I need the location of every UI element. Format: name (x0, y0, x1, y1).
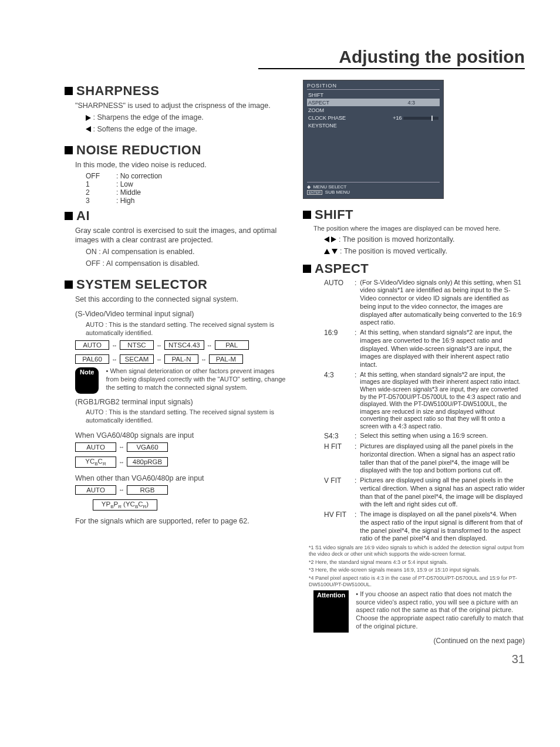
key: 16:9 (324, 329, 351, 369)
key: 1 (86, 180, 112, 188)
osd-title: POSITION (307, 83, 440, 90)
sys-cell: AUTO (75, 442, 116, 452)
val: The image is displayed on all the panel … (360, 511, 525, 543)
key: 4:3 (324, 371, 351, 430)
arrow-right-icon (331, 236, 336, 242)
key: 3 (86, 197, 112, 205)
page-title: Adjusting the position (258, 47, 525, 69)
key: V FIT (324, 476, 351, 509)
val: : Middle (116, 188, 141, 197)
sys-ref: For the signals which are supported, ref… (75, 516, 286, 526)
sys-cell: PAL-M (209, 354, 243, 364)
val: : No correction (116, 172, 162, 180)
arrow-right-icon (86, 115, 91, 121)
sys-auto2: AUTO : This is the standard setting. The… (86, 408, 286, 425)
sys-body: Set this according to the connected sign… (75, 295, 286, 305)
page-number: 31 (303, 651, 525, 667)
osd-label: ZOOM (308, 107, 324, 113)
list-item: 3: High (86, 197, 286, 205)
sys-cell: SECAM (120, 354, 154, 364)
val: Pictures are displayed using all the pan… (360, 442, 525, 475)
square-bullet-icon (65, 146, 73, 154)
section-sharpness-head: SHARPNESS (65, 83, 286, 99)
note-text: • When signal deterioration or other fac… (106, 367, 286, 391)
sharpness-body: "SHARPNESS" is used to adjust the crispn… (75, 101, 286, 111)
arrow-up-icon (324, 249, 330, 254)
section-ai-head: AI (65, 208, 286, 224)
square-bullet-icon (303, 265, 311, 273)
val: : High (116, 197, 134, 205)
osd-row: SHIFT (307, 91, 440, 99)
val: Pictures are displayed using all the pan… (360, 476, 525, 509)
list-item: OFF: No correction (86, 172, 286, 180)
osd-footer: ◆ MENU SELECT ENTER SUB MENU (307, 182, 440, 195)
other-label: When other than VGA60/480p are input (75, 474, 286, 484)
sys-cell: RGB (127, 485, 168, 495)
key: AUTO (324, 279, 351, 327)
text: If you choose an aspect ratio that does … (356, 590, 524, 630)
ai-off: OFF : AI compensation is disabled. (86, 259, 286, 269)
noise-body: In this mode, the video noise is reduced… (75, 160, 286, 170)
right-column: POSITION SHIFT ASPECT4:3 ZOOM CLOCK PHAS… (303, 80, 525, 669)
osd-label: KEYSTONE (308, 123, 337, 129)
sys-auto: AUTO : This is the standard setting. The… (86, 321, 286, 337)
key: H FIT (324, 442, 351, 475)
square-bullet-icon (303, 211, 311, 219)
sys-cell: PAL (215, 340, 249, 350)
osd-label: ASPECT (308, 100, 329, 106)
key: HV FIT (324, 511, 351, 543)
vga-label: When VGA60/480p signals are input (75, 431, 286, 441)
footnote: *2 Here, the standard signal means 4:3 o… (309, 559, 525, 566)
osd-screenshot: POSITION SHIFT ASPECT4:3 ZOOM CLOCK PHAS… (303, 80, 444, 199)
osd-foot-text: SUB MENU (325, 190, 350, 195)
list-item: 1: Low (86, 180, 286, 188)
val: (For S-Video/Video signals only) At this… (360, 279, 525, 327)
section-title: SYSTEM SELECTOR (76, 277, 207, 292)
sys-cell: NTSC4.43 (164, 340, 204, 350)
text: : Softens the edge of the image. (93, 125, 197, 133)
section-selector-head: SYSTEM SELECTOR (65, 277, 286, 292)
list-item: 16:9:At this setting, when standard sign… (324, 329, 525, 369)
key: OFF (86, 172, 112, 180)
val: At this setting, when standard signals*2… (360, 371, 525, 430)
shift-body: The position where the images are displa… (313, 225, 525, 233)
sys-cell: VGA60 (127, 442, 168, 452)
attention-badge: Attention (313, 590, 349, 633)
list-item: H FIT:Pictures are displayed using all t… (324, 442, 525, 475)
section-title: SHIFT (315, 207, 353, 222)
val: Select this setting when using a 16:9 sc… (360, 432, 525, 441)
attention-text: • If you choose an aspect ratio that doe… (356, 590, 525, 631)
text: : Sharpens the edge of the image. (93, 113, 203, 121)
square-bullet-icon (65, 212, 73, 220)
text: : The position is moved vertically. (340, 247, 447, 255)
section-title: NOISE REDUCTION (76, 143, 201, 158)
section-title: ASPECT (315, 261, 369, 276)
section-noise-head: NOISE REDUCTION (65, 143, 286, 158)
shift-h: : The position is moved horizontally. (324, 235, 525, 245)
text: : The position is moved horizontally. (339, 235, 455, 244)
list-item: S4:3:Select this setting when using a 16… (324, 432, 525, 441)
section-aspect-head: ASPECT (303, 261, 525, 276)
sys-cell: YPBPR (YCBCR) (93, 499, 157, 511)
footnote: *1 S1 video signals are 16:9 video signa… (309, 545, 525, 557)
osd-value: 4:3 (407, 100, 438, 106)
left-column: SHARPNESS "SHARPNESS" is used to adjust … (65, 80, 286, 669)
list-item: 2: Middle (86, 188, 286, 197)
section-shift-head: SHIFT (303, 207, 525, 222)
sharpness-left: : Softens the edge of the image. (86, 124, 286, 134)
val: At this setting, when standard signals*2… (360, 329, 525, 369)
section-title: AI (76, 208, 90, 224)
footnote: *4 Panel pixel aspect ratio is 4:3 in th… (309, 575, 525, 588)
sys-cell: AUTO (75, 340, 109, 350)
ai-on: ON : AI compensation is enabled. (86, 247, 286, 257)
note-badge: Note (75, 367, 99, 393)
sharpness-right: : Sharpens the edge of the image. (86, 113, 286, 123)
sys-cell: NTSC (120, 340, 154, 350)
sys-cell: PAL60 (75, 354, 109, 364)
note-block: Note • When signal deterioration or othe… (75, 367, 286, 393)
arrow-left-icon (324, 236, 329, 242)
continued-text: (Continued on the next page) (303, 636, 525, 645)
key: S4:3 (324, 432, 351, 441)
osd-row: ZOOM (307, 106, 440, 114)
text: When signal deterioration or other facto… (106, 367, 285, 391)
